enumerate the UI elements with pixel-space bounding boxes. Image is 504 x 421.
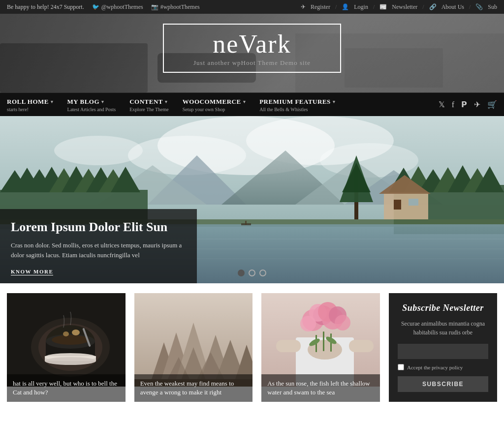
nav-right: 𝕏 f 𝗣 ✈ 🛒	[437, 96, 499, 113]
support-text: Be happy to help! 24x7 Support.	[7, 3, 84, 11]
twitter-social[interactable]: 🐦 @wphootThemes	[92, 3, 143, 11]
nav-woocommerce-arrow: ▾	[243, 99, 246, 104]
card-flower: As the sun rose, the fish left the shall…	[261, 293, 380, 402]
sub-link[interactable]: Sub	[488, 3, 497, 11]
pinterest-nav-icon[interactable]: 𝗣	[461, 100, 467, 109]
slider-dot-2[interactable]	[249, 270, 255, 276]
nav-roll-home-label: ROLL HOME	[7, 98, 49, 106]
nav-item-premium-features[interactable]: PREMIUM FEATURES ▾ All the Bells & Whist…	[252, 93, 342, 116]
logo-title: neVark	[193, 31, 311, 57]
hero-body-text: Cras non dolor. Sed mollis, eros et ultr…	[11, 241, 186, 260]
card-flower-image	[261, 293, 380, 387]
svg-point-84	[300, 316, 316, 331]
nav-content-title: CONTENT ▾	[129, 98, 169, 106]
logo-subtitle: Just another wpHoot Theme Demo site	[193, 59, 311, 67]
instagram-icon: 📷	[151, 3, 158, 11]
food-svg	[7, 293, 126, 387]
svg-point-56	[72, 330, 80, 335]
about-link[interactable]: About Us	[441, 3, 464, 11]
nav-my-blog-label: MY BLOG	[67, 98, 100, 106]
newsletter-link[interactable]: Newsletter	[392, 3, 417, 11]
twitter-handle: @wphootThemes	[101, 3, 143, 11]
svg-point-61	[45, 357, 96, 365]
nav-woocommerce-title: WOOCOMMERCE ▾	[183, 98, 246, 106]
hero-title: Lorem Ipsum Dolor Elit Sun	[11, 220, 186, 235]
svg-rect-87	[323, 331, 324, 351]
register-icon: ✈	[301, 3, 306, 11]
bottom-section: hat is all very well, but who is to bell…	[0, 283, 504, 402]
privacy-checkbox[interactable]	[398, 364, 404, 370]
nav-left: ROLL HOME ▾ starts here! MY BLOG ▾ Lates…	[0, 93, 342, 116]
privacy-label: Accept the privacy policy	[407, 364, 463, 370]
newsletter-body-text: Securae animalibus minantia cogna habita…	[398, 319, 488, 337]
newsletter-widget: Subscribe Newsletter Securae animalibus …	[389, 293, 497, 402]
card-food-text: hat is all very well, but who is to bell…	[7, 374, 126, 402]
nav-roll-home-title: ROLL HOME ▾	[7, 98, 54, 106]
facebook-nav-icon[interactable]: f	[452, 100, 454, 109]
header-content: neVark Just another wpHoot Theme Demo si…	[0, 24, 504, 73]
flower-svg	[261, 293, 380, 387]
top-bar-left: Be happy to help! 24x7 Support. 🐦 @wphoo…	[7, 3, 200, 11]
hero-slider: Lorem Ipsum Dolor Elit Sun Cras non dolo…	[0, 116, 504, 283]
nav-content-sub: Explore The Theme	[129, 107, 169, 112]
card-food-image	[7, 293, 126, 387]
nav-my-blog-title: MY BLOG ▾	[67, 98, 116, 106]
register-link[interactable]: Register	[311, 3, 330, 11]
mountain-svg	[134, 293, 253, 387]
card-flower-text: As the sun rose, the fish left the shall…	[261, 374, 380, 402]
svg-point-55	[52, 335, 89, 345]
svg-rect-48	[245, 221, 247, 225]
header: neVark Just another wpHoot Theme Demo si…	[0, 14, 504, 92]
nav-premium-title: PREMIUM FEATURES ▾	[259, 98, 335, 106]
svg-rect-40	[384, 192, 428, 219]
login-link[interactable]: Login	[354, 3, 368, 11]
twitter-nav-icon[interactable]: 𝕏	[439, 100, 445, 109]
nav-premium-label: PREMIUM FEATURES	[259, 98, 331, 106]
hero-overlay: Lorem Ipsum Dolor Elit Sun Cras non dolo…	[0, 209, 197, 283]
card-food: hat is all very well, but who is to bell…	[7, 293, 126, 402]
nav-woocommerce-sub: Setup your own Shop	[183, 107, 246, 112]
slider-dots	[238, 270, 266, 276]
svg-point-85	[335, 315, 350, 331]
nav-item-woocommerce[interactable]: WOOCOMMERCE ▾ Setup your own Shop	[176, 93, 252, 116]
nav-premium-sub: All the Bells & Whistles	[259, 107, 335, 112]
svg-rect-76	[349, 340, 374, 352]
nav-content-arrow: ▾	[165, 99, 168, 104]
newsletter-privacy-row: Accept the privacy policy	[398, 364, 488, 370]
top-bar-right: ✈ Register / 👤 Login / 📰 Newsletter / 🔗 …	[301, 3, 497, 11]
cart-nav-icon[interactable]: 🛒	[487, 100, 497, 109]
nav-woocommerce-label: WOOCOMMERCE	[183, 98, 241, 106]
nav-roll-home-arrow: ▾	[51, 99, 54, 104]
svg-rect-42	[394, 200, 401, 210]
svg-rect-43	[409, 199, 418, 206]
login-icon: 👤	[342, 3, 349, 11]
nav-content-label: CONTENT	[129, 98, 163, 106]
instagram-handle: #wphootThemes	[160, 3, 200, 11]
nav-item-roll-home[interactable]: ROLL HOME ▾ starts here!	[0, 93, 61, 116]
hero-cta-button[interactable]: KNOW MORE	[11, 269, 53, 275]
nav-item-my-blog[interactable]: MY BLOG ▾ Latest Articles and Posts	[61, 93, 123, 116]
nav-my-blog-sub: Latest Articles and Posts	[67, 107, 116, 112]
newsletter-icon: 📰	[379, 3, 387, 11]
card-mountain-text: Even the weakest may find means to aveng…	[134, 374, 253, 402]
logo-box: neVark Just another wpHoot Theme Demo si…	[163, 24, 341, 73]
newsletter-submit-button[interactable]: SUBSCRIBE	[398, 376, 488, 392]
card-mountain: Even the weakest may find means to aveng…	[134, 293, 253, 402]
nav-roll-home-sub: starts here!	[7, 107, 54, 112]
instagram-social[interactable]: 📷 #wphootThemes	[151, 3, 200, 11]
svg-point-57	[63, 331, 69, 336]
top-bar: Be happy to help! 24x7 Support. 🐦 @wphoo…	[0, 0, 504, 14]
twitter-icon: 🐦	[92, 3, 99, 11]
svg-rect-75	[276, 340, 301, 352]
nav-my-blog-arrow: ▾	[101, 99, 104, 104]
newsletter-email-input[interactable]	[398, 344, 488, 359]
tripadvisor-nav-icon[interactable]: ✈	[474, 100, 480, 109]
sub-icon: 📎	[475, 3, 483, 11]
svg-point-10	[54, 136, 143, 165]
nav-item-content[interactable]: CONTENT ▾ Explore The Theme	[123, 93, 176, 116]
about-icon: 🔗	[429, 3, 437, 11]
card-mountain-image	[134, 293, 253, 387]
slider-dot-1[interactable]	[238, 270, 245, 276]
slider-dot-3[interactable]	[259, 270, 266, 276]
newsletter-title: Subscribe Newsletter	[398, 303, 488, 313]
